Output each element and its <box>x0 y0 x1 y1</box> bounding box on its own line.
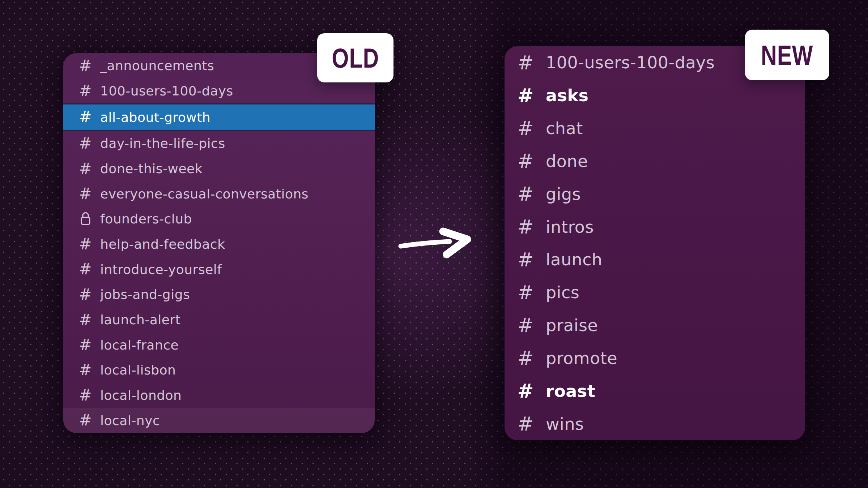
channel-row-gigs[interactable]: # gigs <box>505 177 805 210</box>
channel-row-done[interactable]: # done <box>505 145 805 177</box>
channel-row-asks[interactable]: # asks <box>505 79 805 112</box>
channel-label: 100-users-100-days <box>546 53 715 72</box>
hash-icon: # <box>518 348 534 368</box>
hash-icon: # <box>518 151 534 171</box>
channel-row-introduce-yourself[interactable]: # introduce-yourself <box>63 257 375 282</box>
channel-row-roast[interactable]: # roast <box>505 374 805 407</box>
hash-icon: # <box>79 413 92 428</box>
channel-label: all-about-growth <box>100 110 210 125</box>
channel-row-local-france[interactable]: # local-france <box>63 332 375 358</box>
channel-label: promote <box>546 348 617 368</box>
channel-label: local-nyc <box>100 413 160 428</box>
channel-row-day-in-the-life-pics[interactable]: # day-in-the-life-pics <box>63 131 375 156</box>
channel-row-praise[interactable]: # praise <box>505 309 805 342</box>
old-badge-label: OLD <box>332 42 379 74</box>
channel-label: roast <box>546 381 595 401</box>
hash-icon: # <box>79 161 92 176</box>
hash-icon: # <box>518 381 534 401</box>
hash-icon: # <box>518 414 534 433</box>
channel-label: launch <box>546 250 603 269</box>
channel-label: _announcements <box>100 58 214 73</box>
channel-label: chat <box>546 119 583 138</box>
channel-row-promote[interactable]: # promote <box>505 342 805 374</box>
channel-row-intros[interactable]: # intros <box>505 210 805 243</box>
channel-label: wins <box>546 414 584 434</box>
hash-icon: # <box>79 58 92 73</box>
channel-label: done-this-week <box>100 161 203 176</box>
channel-row-wins[interactable]: # wins <box>505 407 805 440</box>
old-badge: OLD <box>317 33 393 82</box>
channel-label: help-and-feedback <box>100 237 225 252</box>
channel-row-all-about-growth[interactable]: # all-about-growth <box>63 103 375 131</box>
channel-label: praise <box>546 316 598 335</box>
channel-label: local-london <box>100 388 182 403</box>
new-badge: NEW <box>745 30 829 80</box>
channel-row-local-nyc[interactable]: # local-nyc <box>63 408 375 433</box>
hash-icon: # <box>79 287 92 302</box>
channel-label: day-in-the-life-pics <box>100 136 225 151</box>
channel-row-jobs-and-gigs[interactable]: # jobs-and-gigs <box>63 282 375 307</box>
channel-row-help-and-feedback[interactable]: # help-and-feedback <box>63 232 375 257</box>
channel-label: intros <box>546 217 594 237</box>
channel-row-local-lisbon[interactable]: # local-lisbon <box>63 358 375 383</box>
hash-icon: # <box>518 119 534 138</box>
channel-label: 100-users-100-days <box>100 84 233 98</box>
hash-icon: # <box>79 186 92 201</box>
channel-row-everyone-casual-conversations[interactable]: # everyone-casual-conversations <box>63 181 375 206</box>
channel-label: local-france <box>100 338 179 352</box>
channel-label: everyone-casual-conversations <box>100 187 309 201</box>
channel-row-pics[interactable]: # pics <box>505 276 805 309</box>
hash-icon: # <box>518 316 534 335</box>
hash-icon: # <box>79 312 92 328</box>
arrow-tail <box>401 241 450 246</box>
hash-icon: # <box>79 363 92 378</box>
hash-icon: # <box>79 388 92 403</box>
channel-row-launch-alert[interactable]: # launch-alert <box>63 307 375 333</box>
hash-icon: # <box>79 136 92 151</box>
channel-label: pics <box>546 283 579 302</box>
old-channel-list-panel: # _announcements # 100-users-100-days # … <box>63 53 375 433</box>
new-badge-label: NEW <box>761 39 813 71</box>
old-to-new-arrow <box>396 227 473 259</box>
channel-row-chat[interactable]: # chat <box>505 112 805 145</box>
hash-icon: # <box>518 184 534 204</box>
hash-icon: # <box>79 237 92 252</box>
channel-row-founders-club[interactable]: # founders-club <box>63 206 375 232</box>
channel-label: asks <box>546 86 588 105</box>
channel-label: launch-alert <box>100 312 180 327</box>
channel-row-local-london[interactable]: # local-london <box>63 383 375 408</box>
channel-label: jobs-and-gigs <box>100 287 190 302</box>
channel-label: founders-club <box>100 211 192 226</box>
channel-row-done-this-week[interactable]: # done-this-week <box>63 156 375 181</box>
lock-icon <box>79 211 92 227</box>
new-channel-list-panel: # 100-users-100-days # asks # chat <box>505 46 805 440</box>
hash-icon: # <box>518 217 534 236</box>
hash-icon: # <box>79 337 92 352</box>
hash-icon: # <box>79 262 92 277</box>
channel-label: done <box>546 151 588 171</box>
hash-icon: # <box>518 53 534 72</box>
hash-icon: # <box>79 110 92 125</box>
channel-label: introduce-yourself <box>100 262 222 277</box>
hash-icon: # <box>79 84 92 99</box>
hash-icon: # <box>518 283 534 302</box>
channel-row-launch[interactable]: # launch <box>505 243 805 276</box>
channel-label: local-lisbon <box>100 363 176 377</box>
hash-icon: # <box>518 250 534 269</box>
hash-icon: # <box>518 86 534 105</box>
channel-label: gigs <box>546 184 581 204</box>
